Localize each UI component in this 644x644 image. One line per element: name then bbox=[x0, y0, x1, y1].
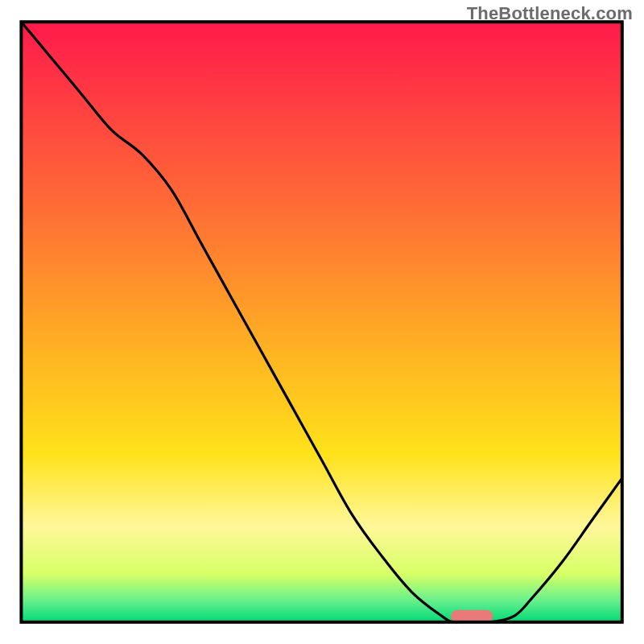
gradient-background bbox=[21, 22, 621, 622]
plot-area bbox=[21, 22, 621, 623]
bottleneck-chart bbox=[0, 0, 644, 644]
chart-stage: TheBottleneck.com bbox=[0, 0, 644, 644]
